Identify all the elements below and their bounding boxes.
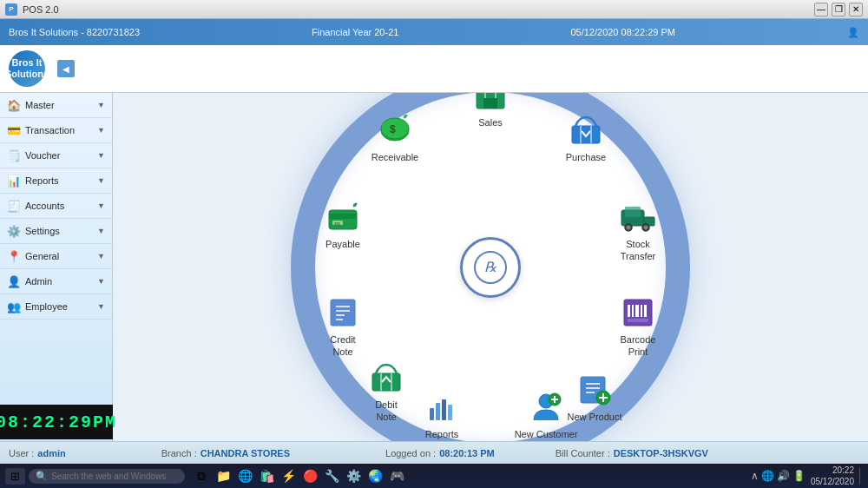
app4-icon[interactable]: 🎮	[387, 466, 406, 485]
employee-arrow: ▼	[97, 302, 105, 311]
system-tray-icons: ∧ 🌐 🔊 🔋	[751, 470, 806, 482]
app3-icon[interactable]: ⚙️	[344, 466, 363, 485]
voucher-arrow: ▼	[97, 151, 105, 160]
sidebar-item-master[interactable]: 🏠 Master ▼	[0, 93, 112, 118]
menu-item-credit-note[interactable]: Credit Note	[308, 293, 378, 359]
sidebar-item-transaction[interactable]: 💳 Transaction ▼	[0, 118, 112, 143]
battery-icon[interactable]: 🔋	[792, 470, 806, 482]
accounts-icon: 🧾	[7, 199, 21, 213]
title-bar: P POS 2.0 — ❐ ✕	[0, 0, 868, 19]
show-desktop-icon[interactable]	[859, 467, 863, 485]
close-button[interactable]: ✕	[849, 3, 863, 16]
svg-text:℞: ℞	[484, 260, 497, 274]
task-view-icon[interactable]: ⧉	[192, 466, 211, 485]
user-icon: 👤	[847, 27, 859, 38]
svg-rect-17	[628, 305, 630, 317]
barcode-print-icon	[619, 293, 657, 332]
sidebar-collapse-button[interactable]: ◀	[57, 60, 75, 77]
vscode-icon[interactable]: ⚡	[279, 466, 298, 485]
store-icon[interactable]: 🛍️	[257, 466, 276, 485]
maximize-button[interactable]: ❐	[832, 3, 845, 16]
edge-icon[interactable]: 🌐	[235, 466, 254, 485]
file-explorer-icon[interactable]: 📁	[214, 466, 233, 485]
minimize-button[interactable]: —	[814, 3, 828, 16]
circle-menu-container: ℞ Sales	[282, 93, 699, 441]
reports-arrow: ▼	[97, 176, 105, 185]
sidebar-item-voucher[interactable]: 🗒️ Voucher ▼	[0, 143, 112, 168]
logged-label: Logged on :	[385, 448, 436, 458]
start-button[interactable]: ⊞	[5, 468, 25, 485]
svg-rect-22	[628, 319, 648, 322]
sidebar-item-admin[interactable]: 👤 Admin ▼	[0, 269, 112, 294]
logo-strip: Bros ItSolutions ◀	[0, 45, 868, 93]
sidebar-item-employee[interactable]: 👥 Employee ▼	[0, 294, 112, 320]
sidebar-item-accounts[interactable]: 🧾 Accounts ▼	[0, 194, 112, 219]
sidebar-label-settings: Settings	[25, 226, 60, 236]
menu-item-payable[interactable]: $$$ Payable	[308, 198, 378, 250]
purchase-icon	[567, 111, 605, 149]
chrome-icon[interactable]: 🌏	[365, 466, 385, 485]
svg-rect-20	[641, 305, 642, 317]
svg-rect-18	[632, 305, 634, 317]
master-arrow: ▼	[97, 101, 105, 109]
taskbar-search-input[interactable]	[51, 472, 173, 481]
menu-item-new-customer[interactable]: New Customer	[511, 388, 581, 440]
up-arrow-icon[interactable]: ∧	[751, 470, 759, 482]
sidebar-item-reports[interactable]: 📊 Reports ▼	[0, 168, 112, 194]
receivable-label: Receivable	[372, 151, 418, 163]
menu-item-barcode-print[interactable]: Barcode Print	[603, 293, 673, 359]
status-bar: User : admin Branch : CHANDRA STORES Log…	[0, 441, 868, 464]
logged-value: 08:20:13 PM	[439, 448, 495, 458]
settings-icon: ⚙️	[7, 224, 21, 238]
stock-transfer-label: Stock Transfer	[621, 238, 656, 263]
circle-center-logo: ℞	[460, 237, 521, 298]
status-user: User : admin	[9, 448, 66, 458]
barcode-print-label: Barcode Print	[621, 333, 656, 359]
purchase-label: Purchase	[566, 151, 606, 163]
status-counter: Bill Counter : DESKTOP-3HSKVGV	[556, 448, 708, 458]
svg-rect-35	[430, 408, 434, 420]
sidebar-label-transaction: Transaction	[25, 125, 75, 135]
menu-item-stock-transfer[interactable]: Stock Transfer	[603, 198, 673, 263]
svg-rect-47	[329, 210, 357, 229]
voucher-icon: 🗒️	[7, 148, 21, 162]
logo-box: Bros ItSolutions ◀	[9, 50, 75, 87]
app2-icon[interactable]: 🔧	[322, 466, 341, 485]
menu-item-debit-note[interactable]: Debit Note	[352, 359, 421, 424]
fiscal-year: Financial Year 20-21	[312, 27, 398, 37]
sidebar-item-settings[interactable]: ⚙️ Settings ▼	[0, 219, 112, 244]
app1-icon[interactable]: 🔴	[300, 466, 319, 485]
menu-item-purchase[interactable]: Purchase	[551, 111, 621, 163]
transaction-icon: 💳	[7, 123, 21, 137]
app-title: POS 2.0	[23, 4, 59, 15]
volume-icon[interactable]: 🔊	[777, 470, 790, 482]
taskbar-right: ∧ 🌐 🔊 🔋 20:22 05/12/2020	[751, 465, 863, 487]
sidebar-label-general: General	[25, 251, 59, 261]
main-layout: 🏠 Master ▼ 💳 Transaction ▼ 🗒️ Voucher ▼ …	[0, 93, 868, 441]
window-controls: — ❐ ✕	[814, 3, 863, 16]
sidebar-label-voucher: Voucher	[25, 150, 60, 161]
user-label: User :	[9, 448, 34, 458]
menu-item-sales[interactable]: Sales	[456, 93, 525, 129]
svg-rect-36	[436, 403, 440, 420]
content-area: ℞ Sales	[113, 93, 868, 441]
svg-rect-37	[442, 399, 446, 420]
reports-icon: 📊	[7, 174, 21, 188]
new-product-icon	[575, 371, 614, 409]
svg-rect-5	[483, 98, 497, 109]
credit-note-label: Credit Note	[330, 333, 355, 359]
reports-circle-icon	[423, 388, 461, 426]
svg-rect-38	[448, 405, 452, 420]
user-value: admin	[37, 448, 65, 458]
taskbar-date-value: 05/12/2020	[811, 476, 854, 487]
taskbar: ⊞ 🔍 ⧉ 📁 🌐 🛍️ ⚡ 🔴 🔧 ⚙️ 🌏 🎮 ∧ 🌐 🔊 🔋 20:22 …	[0, 464, 868, 488]
network-icon[interactable]: 🌐	[761, 470, 774, 482]
taskbar-search-box[interactable]: 🔍	[29, 469, 185, 484]
debit-note-icon	[367, 359, 405, 397]
svg-rect-15	[625, 207, 641, 217]
sidebar-item-general[interactable]: 📍 General ▼	[0, 244, 112, 269]
menu-item-receivable[interactable]: $ Receivable	[360, 111, 430, 163]
general-icon: 📍	[7, 249, 21, 263]
search-icon: 🔍	[36, 471, 48, 482]
app-icon: P	[5, 3, 17, 16]
